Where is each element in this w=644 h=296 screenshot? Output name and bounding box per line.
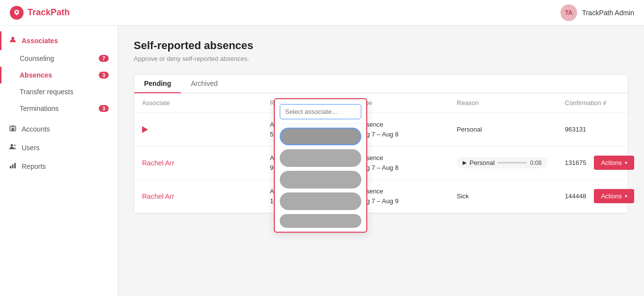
sidebar-item-terminations[interactable]: Terminations 3 — [0, 100, 117, 117]
chart-icon — [9, 161, 17, 171]
sidebar-label-associates: Associates — [22, 37, 58, 45]
sidebar-label-accounts: Accounts — [22, 125, 50, 133]
terminations-badge: 3 — [99, 105, 109, 112]
actions-cell-2: 131675 Actions ▾ — [565, 156, 634, 170]
dropdown-item[interactable] — [280, 149, 361, 167]
play-icon — [142, 126, 148, 133]
logo[interactable]: TrackPath — [10, 6, 70, 20]
actions-button-3[interactable]: Actions ▾ — [594, 189, 634, 203]
svg-rect-7 — [10, 166, 11, 168]
building-icon — [9, 124, 17, 134]
sidebar-item-users[interactable]: Users — [0, 138, 117, 157]
user-info: TA TrackPath Admin — [560, 4, 634, 21]
conf-cell-1: 963131 — [565, 126, 620, 133]
actions-cell-3: 144448 Actions ▾ — [565, 189, 634, 203]
dropdown-list — [275, 124, 366, 232]
person-icon — [9, 36, 17, 46]
table-row: Rachel Arr Aug 7 10:15 PM Absence Aug 7 … — [134, 180, 628, 213]
audio-time: 0:08 — [530, 160, 541, 166]
associate-search-input[interactable] — [280, 104, 361, 119]
th-reason: Reason — [457, 99, 565, 107]
reason-cell-2: ▶ Personal 0:08 — [457, 157, 565, 168]
svg-point-5 — [11, 144, 13, 147]
svg-rect-8 — [12, 164, 14, 168]
dropdown-search-container — [275, 99, 366, 124]
sidebar-item-transfer-requests[interactable]: Transfer requests — [0, 83, 117, 100]
content-area: Self-reported absences Approve or deny s… — [118, 26, 644, 296]
logo-icon — [10, 6, 24, 20]
table-container: Pending Archived Associate Reported at T… — [134, 74, 628, 214]
associate-dropdown[interactable] — [274, 98, 367, 233]
table-row: Aug 8 5:11 PM Absence Aug 7 – Aug 8 Pers… — [134, 113, 628, 146]
associate-cell-3[interactable]: Rachel Arr — [142, 192, 270, 200]
table-header: Associate Reported at Type Reason Confir… — [134, 93, 628, 113]
svg-point-6 — [14, 144, 16, 146]
avatar: TA — [560, 4, 577, 21]
absences-badge: 3 — [99, 72, 109, 79]
tab-pending[interactable]: Pending — [134, 75, 181, 93]
audio-player[interactable]: ▶ Personal 0:08 — [457, 157, 548, 168]
reason-cell-3: Sick — [457, 192, 565, 200]
actions-button-2[interactable]: Actions ▾ — [594, 156, 634, 170]
type-cell-1: Absence Aug 7 – Aug 8 — [358, 120, 457, 139]
header: TrackPath TA TrackPath Admin — [0, 0, 644, 26]
username: TrackPath Admin — [582, 9, 634, 17]
chevron-down-icon: ▾ — [625, 160, 627, 165]
sidebar-label-reports: Reports — [22, 162, 46, 170]
sidebar-item-counseling[interactable]: Counseling 7 — [0, 50, 117, 67]
page-title: Self-reported absences — [134, 39, 628, 52]
th-confirmation: Confirmation # — [565, 99, 620, 107]
counseling-badge: 7 — [99, 55, 109, 62]
sidebar-label-counseling: Counseling — [20, 54, 54, 62]
sidebar-label-absences: Absences — [20, 71, 52, 79]
sidebar: Associates Counseling 7 Absences 3 Trans… — [0, 26, 118, 296]
tabs: Pending Archived — [134, 75, 628, 93]
th-associate: Associate — [142, 99, 270, 107]
dropdown-item[interactable] — [280, 214, 361, 228]
sidebar-item-associates[interactable]: Associates — [0, 31, 117, 50]
dropdown-item[interactable] — [280, 128, 361, 145]
sidebar-item-absences[interactable]: Absences 3 — [0, 67, 117, 83]
associate-cell-2[interactable]: Rachel Arr — [142, 159, 270, 167]
th-type: Type — [358, 99, 457, 107]
tab-archived[interactable]: Archived — [181, 75, 227, 93]
audio-progress-bar — [498, 162, 527, 163]
sidebar-label-terminations: Terminations — [20, 105, 59, 112]
sidebar-label-users: Users — [22, 144, 40, 152]
svg-rect-4 — [12, 128, 14, 131]
logo-text: TrackPath — [28, 7, 70, 18]
sidebar-item-reports[interactable]: Reports — [0, 157, 117, 176]
type-cell-3: Absence Aug 7 – Aug 9 — [358, 187, 457, 206]
audio-play-icon: ▶ — [463, 160, 467, 166]
sidebar-item-accounts[interactable]: Accounts — [0, 120, 117, 138]
chevron-down-icon: ▾ — [625, 193, 627, 199]
dropdown-item[interactable] — [280, 171, 361, 188]
dropdown-item[interactable] — [280, 192, 361, 210]
svg-point-0 — [16, 11, 18, 13]
associate-cell-1[interactable] — [142, 126, 270, 133]
page-subtitle: Approve or deny self-reported absences. — [134, 55, 628, 62]
main-layout: Associates Counseling 7 Absences 3 Trans… — [0, 26, 644, 296]
svg-rect-9 — [14, 163, 16, 168]
reason-cell-1: Personal — [457, 126, 565, 133]
users-icon — [9, 143, 17, 153]
sidebar-label-transfer: Transfer requests — [20, 88, 73, 96]
table-row: Rachel Arr Aug 8 9:42 AM Absence Aug 7 –… — [134, 146, 628, 180]
type-cell-2: Absence Aug 7 – Aug 8 — [358, 153, 457, 172]
